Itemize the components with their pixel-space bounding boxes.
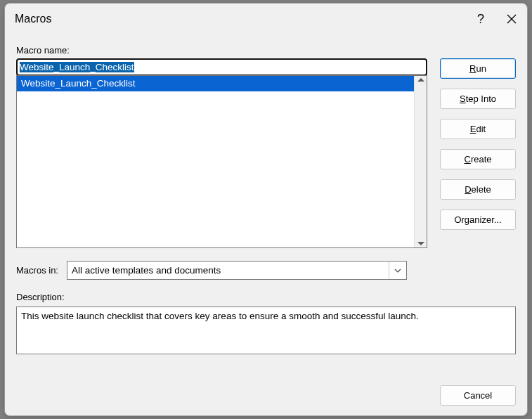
step-into-button[interactable]: Step Into — [440, 89, 516, 109]
footer: Cancel — [16, 374, 516, 406]
list-item[interactable]: Website_Launch_Checklist — [17, 76, 414, 91]
create-button[interactable]: Create — [440, 149, 516, 169]
left-column: Macro name: Website_Launch_Checklist Mac… — [16, 41, 427, 305]
close-icon — [507, 14, 517, 24]
dialog-title: Macros — [15, 13, 465, 25]
scroll-down-icon[interactable] — [417, 242, 424, 245]
combo-dropdown-button[interactable] — [389, 262, 406, 279]
macros-in-row: Macros in: All active templates and docu… — [16, 261, 427, 280]
edit-button[interactable]: Edit — [440, 119, 516, 139]
right-column: Run Step Into Edit Create Delete Organiz… — [440, 41, 516, 305]
description-box: This website launch checklist that cover… — [16, 307, 516, 354]
help-button[interactable]: ? — [465, 4, 496, 34]
run-button[interactable]: Run — [440, 58, 516, 79]
chevron-down-icon — [394, 269, 401, 273]
macro-name-input[interactable] — [16, 58, 427, 76]
organizer-button[interactable]: Organizer... — [440, 210, 516, 230]
titlebar: Macros ? — [5, 4, 527, 34]
macros-in-value: All active templates and documents — [67, 265, 389, 276]
macros-in-combobox[interactable]: All active templates and documents — [67, 261, 407, 280]
macros-in-label: Macros in: — [16, 265, 58, 276]
top-area: Macro name: Website_Launch_Checklist Mac… — [16, 41, 516, 305]
close-button[interactable] — [496, 4, 527, 34]
macro-list[interactable]: Website_Launch_Checklist — [17, 76, 414, 247]
description-label: Description: — [16, 288, 427, 305]
dialog-body: Macro name: Website_Launch_Checklist Mac… — [5, 34, 527, 415]
macro-name-label: Macro name: — [16, 41, 427, 58]
scroll-up-icon[interactable] — [417, 78, 424, 82]
delete-button[interactable]: Delete — [440, 179, 516, 200]
macros-dialog: Macros ? Macro name: Website_Launch_Chec… — [4, 3, 528, 416]
scrollbar[interactable] — [414, 76, 427, 247]
cancel-button[interactable]: Cancel — [440, 385, 516, 406]
macro-listbox[interactable]: Website_Launch_Checklist — [16, 75, 427, 248]
